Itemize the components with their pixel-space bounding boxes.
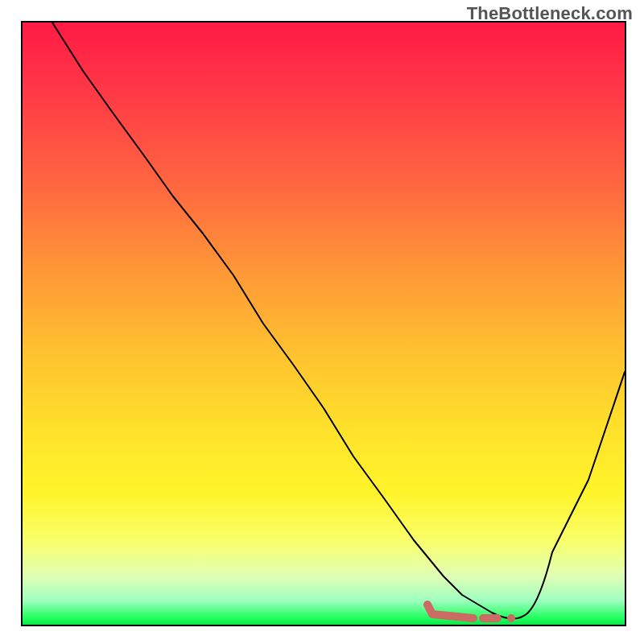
chart-overlay bbox=[23, 23, 625, 625]
chart-frame: TheBottleneck.com bbox=[0, 0, 644, 644]
optimal-zone-dot bbox=[507, 614, 515, 622]
plot-area bbox=[21, 21, 626, 626]
bottleneck-curve bbox=[52, 23, 625, 619]
optimal-zone-pill bbox=[427, 605, 497, 618]
